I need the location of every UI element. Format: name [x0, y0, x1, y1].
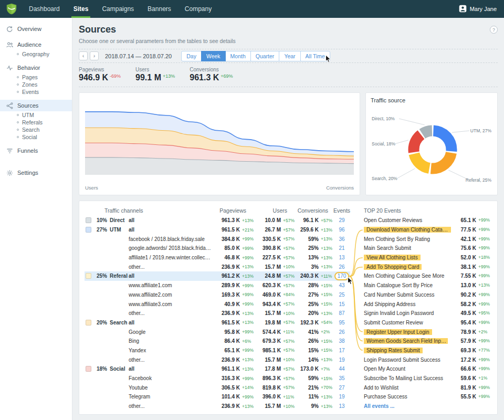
events-count[interactable]: 19 — [333, 394, 350, 400]
table-row[interactable]: www.affiliate3.com40.9 K+99%943.4 K+57%2… — [85, 299, 350, 309]
sidebar-subitem-pages[interactable]: Pages — [0, 74, 72, 81]
event-row[interactable]: Register Upper Input Login78.9 K+2% — [364, 327, 492, 337]
period-alltime-button[interactable]: All Time — [300, 51, 330, 61]
nav-item-sites[interactable]: Sites — [67, 0, 96, 18]
table-row[interactable]: www.affiliate1.com289.9 K+99%620.3 K+57%… — [85, 281, 350, 290]
event-row[interactable]: Men Clothing Catalogue See More7.55 K+99… — [364, 271, 492, 281]
table-row[interactable]: 27%UTMall961.5 K+21%26.7 M+57%259.6 K+13… — [85, 225, 350, 235]
events-count[interactable]: 87 — [333, 310, 350, 316]
nav-item-dashboard[interactable]: Dashboard — [22, 0, 67, 18]
events-count[interactable]: 13 — [333, 403, 350, 409]
events-count[interactable]: 13 — [333, 255, 350, 260]
sidebar-item-funnels[interactable]: Funnels — [0, 145, 72, 156]
events-count[interactable]: 26 — [333, 264, 350, 270]
events-count-ring[interactable]: 170 — [334, 272, 350, 280]
app-logo-icon[interactable] — [6, 3, 17, 15]
period-week-button[interactable]: Week — [201, 51, 226, 61]
kpi-pageviews[interactable]: Pageviews 946.9 K-69% — [79, 67, 121, 82]
table-row[interactable]: affiliate1 / 2019.new.winter.collection4… — [85, 253, 350, 262]
events-count[interactable]: 29 — [333, 217, 350, 223]
events-count[interactable]: 27 — [333, 385, 350, 391]
event-row[interactable]: View All Clothing Lists52.0 K+18% — [364, 253, 492, 262]
events-count[interactable]: 21 — [333, 245, 350, 251]
sidebar-subitem-utm[interactable]: UTM — [0, 111, 72, 119]
table-row[interactable]: Bing86.4 K+6%679.3 K+57%26%+15%38 — [85, 337, 350, 346]
sidebar-subitem-events[interactable]: Events — [0, 88, 72, 96]
table-row[interactable]: google.adwords/ 2018.black.friday.sale85… — [85, 244, 350, 253]
events-count[interactable]: 43 — [333, 282, 350, 288]
period-quarter-button[interactable]: Quarter — [250, 51, 280, 61]
table-row[interactable]: Telegram101.4 K+99%396.0 K+11%11%+13%19 — [85, 392, 350, 402]
event-row[interactable]: Download Woman Clothing Catalogue77.5 K+… — [364, 225, 492, 235]
nav-item-banners[interactable]: Banners — [141, 0, 178, 18]
table-row[interactable]: other...236.9 K+13%15.7 M+10%9%+13%13 — [85, 402, 350, 411]
events-count[interactable]: 35 — [333, 375, 350, 381]
event-row[interactable]: Purchase Success55.5 K+99% — [364, 392, 492, 402]
table-row[interactable]: Yandex65.1 K+99%985.1 K+57%15%+15%17 — [85, 346, 350, 355]
period-month-button[interactable]: Month — [225, 51, 251, 61]
table-row[interactable]: Google95.8 K+99%574.4 K+11%41%+2%26 — [85, 327, 350, 337]
events-count[interactable]: 26 — [333, 329, 350, 335]
events-count[interactable]: 25 — [333, 292, 350, 298]
nav-item-company[interactable]: Company — [178, 0, 218, 18]
sidebar-subitem-social[interactable]: Social — [0, 133, 72, 141]
events-count[interactable]: 15 — [333, 301, 350, 307]
table-row[interactable]: 18%Socialall961.1 K+13%17.8 M+57%173.0 K… — [85, 364, 350, 374]
nav-item-campaigns[interactable]: Campaigns — [95, 0, 141, 18]
sidebar-item-behavior[interactable]: Behavior — [0, 62, 72, 74]
date-prev-button[interactable]: ‹ — [79, 51, 88, 60]
table-row[interactable]: www.affiliate2.com169.3 K+99%469.0 K+84%… — [85, 290, 350, 300]
event-row[interactable]: Men Clothing Sort By Rating42.1 K+99% — [364, 234, 492, 244]
events-count[interactable]: 170 — [333, 272, 350, 280]
kpi-users[interactable]: Users 99.1 M+13% — [135, 67, 175, 82]
event-row[interactable]: Open My Account66.6 K+99% — [364, 364, 492, 374]
sidebar-item-settings[interactable]: Settings — [0, 167, 72, 178]
table-row[interactable]: other...236.9 K+13%15.7 M+10%14%+13%19 — [85, 355, 350, 364]
sidebar-subitem-referals[interactable]: Referals — [0, 119, 72, 126]
table-row[interactable]: 25%Referalall961.2 K+13%24.8 M+57%240.3 … — [85, 271, 350, 281]
events-count[interactable]: 17 — [333, 348, 350, 353]
period-day-button[interactable]: Day — [181, 51, 202, 61]
events-count[interactable]: 38 — [333, 338, 350, 344]
event-row[interactable]: Shipping Rates Submit69.3 K+77% — [364, 346, 492, 355]
date-next-button[interactable]: › — [90, 51, 99, 60]
table-row[interactable]: other...236.9 K+13%15.7 M+10%20%+13%87 — [85, 309, 350, 318]
period-year-button[interactable]: Year — [279, 51, 300, 61]
sidebar-subitem-search[interactable]: Search — [0, 126, 72, 133]
event-name: Subscribe To Mailing List Success — [364, 375, 446, 381]
sidebar-item-audience[interactable]: Audience — [0, 39, 72, 50]
event-row[interactable]: Main Search Submit75.6 K+99% — [364, 244, 492, 253]
help-button[interactable]: ? — [490, 26, 498, 34]
sidebar-item-overview[interactable]: Overview — [0, 23, 72, 35]
all-events-link[interactable]: All events ... — [364, 403, 394, 409]
events-count[interactable]: 44 — [333, 366, 350, 372]
events-count[interactable]: 95 — [333, 320, 350, 326]
table-row[interactable]: Youtube306.5 K+14%819.8 K+57%21%+70%27 — [85, 383, 350, 392]
event-row[interactable]: Card Number Submit Success90.2 K+99% — [364, 290, 492, 300]
event-row[interactable]: Subscribe To Mailing List Success59.6 K+… — [364, 374, 492, 383]
table-row[interactable]: facebook / 2018.black.friday.sale384.8 K… — [85, 234, 350, 244]
sidebar-item-sources[interactable]: Sources — [0, 100, 72, 111]
kpi-conversions[interactable]: Conversions 961.3 K+69% — [190, 67, 233, 82]
event-row[interactable]: Open Customer Reviews65.1 K+99% — [364, 216, 492, 225]
event-row[interactable]: Submit Customer Review95.4 K+99% — [364, 318, 492, 328]
table-row[interactable]: 10%Directall961.3 K+13%10.0 M+57%96.1 K+… — [85, 216, 350, 225]
channel-swatch — [86, 366, 91, 372]
events-count[interactable]: 19 — [333, 357, 350, 363]
event-row[interactable]: Add To Shopping Card38.1 K+99% — [364, 262, 492, 271]
sidebar-subitem-geography[interactable]: Geography — [0, 50, 72, 58]
events-count[interactable]: 36 — [333, 236, 350, 242]
table-row[interactable]: Facebook316.3 K+99%896.3 K+57%59%+15%35 — [85, 374, 350, 383]
table-row[interactable]: 20%Searchall961.5 K+13%19.8 M+57%192.3 K… — [85, 318, 350, 328]
event-row[interactable]: Add Shipping Address58.2 K+99% — [364, 299, 492, 309]
all-events-row: All events ... — [364, 402, 492, 411]
events-count[interactable]: 96 — [333, 227, 350, 233]
user-menu[interactable]: Mary Jane — [459, 5, 504, 14]
event-row[interactable]: Main Catalogue Sort By Price13.0 K+13% — [364, 281, 492, 290]
event-row[interactable]: Women Goods Search Field Input57.9 K+99% — [364, 337, 492, 346]
sidebar-subitem-zones[interactable]: Zones — [0, 81, 72, 88]
table-row[interactable]: other...236.9 K+13%15.7 M+10%3%+13%26 — [85, 262, 350, 271]
event-row[interactable]: Login Password Submit Success17.2 K+99% — [364, 355, 492, 364]
event-row[interactable]: Signin Invalid Login Password49.5 K+95% — [364, 309, 492, 318]
event-row[interactable]: Add to Wishlist81.9 K+99% — [364, 383, 492, 392]
